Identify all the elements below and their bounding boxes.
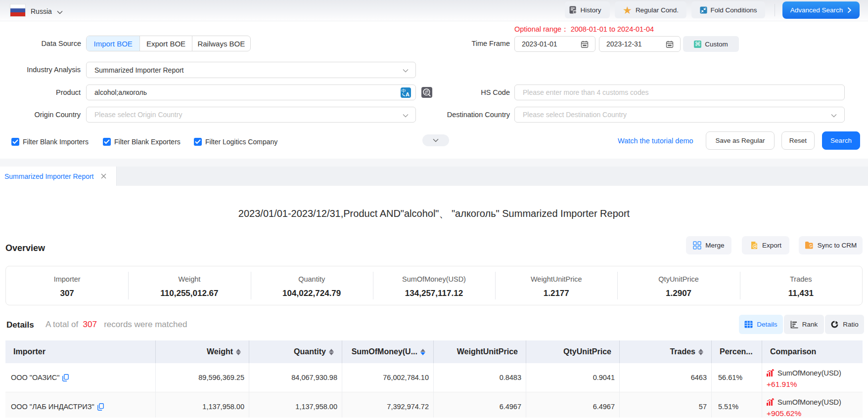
svg-text:A: A xyxy=(406,91,410,97)
